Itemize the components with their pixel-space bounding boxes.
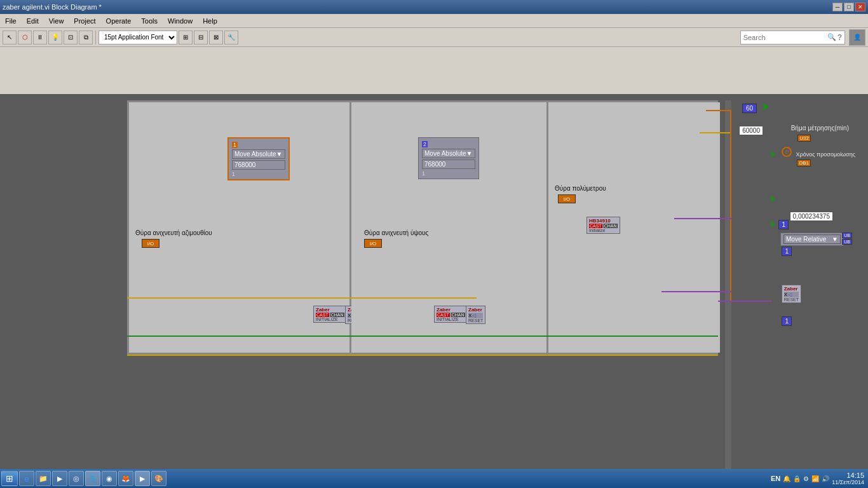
toolbar-step[interactable]: ⧉: [79, 30, 93, 44]
arrow-right-3: [771, 196, 776, 202]
label-multimeter: Θύρα πολύμετρου: [555, 185, 606, 192]
panel-2: 2 Move Absolute ▼ 768000 1 Θύρα ανιχνευτ…: [351, 102, 548, 353]
toolbar-extra[interactable]: 🔧: [224, 30, 238, 44]
menu-edit[interactable]: Edit: [24, 16, 41, 26]
close-button[interactable]: ✕: [855, 3, 865, 11]
wire-h-3: [127, 355, 718, 356]
clock-icon: ⏱: [782, 147, 792, 157]
port-io-1: I/O: [142, 239, 159, 248]
block-diagram-area: 1 Move Absolute ▼ 768000 1 Θύρα ανιχνευτ…: [0, 94, 868, 488]
badge-u32: U32: [797, 135, 811, 142]
block2-value: 768000: [422, 159, 475, 169]
toolbar-align[interactable]: ⊞: [179, 30, 193, 44]
taskbar-skype[interactable]: S: [85, 471, 100, 486]
lang-indicator: EN: [771, 475, 780, 482]
search-input[interactable]: [743, 34, 826, 41]
minimize-button[interactable]: ─: [832, 3, 843, 11]
toolbar-sep1: [95, 30, 96, 44]
label-time: Χρόνος προσομοίωσης: [796, 151, 855, 158]
zaber-reset-2: Zaber X ◁ RESET: [466, 306, 485, 324]
title-bar: zaber agilent.vi Block Diagram * ─ □ ✕: [0, 0, 868, 14]
toolbar-arrow[interactable]: ↖: [3, 30, 17, 44]
taskbar-clock[interactable]: ◎: [69, 471, 84, 486]
menu-help[interactable]: Help: [200, 16, 220, 26]
start-button[interactable]: ⊞: [1, 471, 18, 486]
taskbar-ie[interactable]: e: [19, 471, 34, 486]
wire-right-h3: [674, 218, 731, 219]
move-abs-block-1: 1 Move Absolute ▼ 768000 1: [227, 137, 290, 180]
font-selector[interactable]: 15pt Application Font: [98, 30, 177, 44]
maximize-button[interactable]: □: [844, 3, 854, 11]
window-title: zaber agilent.vi Block Diagram *: [3, 3, 102, 11]
label-azimuth: Θύρα ανιχνευτή αζιμουθίου: [135, 229, 212, 236]
taskbar-firefox[interactable]: 🦊: [118, 471, 133, 486]
menu-bar: File Edit View Project Operate Tools Win…: [0, 14, 868, 28]
taskbar-media[interactable]: ▶: [52, 471, 67, 486]
toolbar-camera[interactable]: ⊡: [64, 30, 78, 44]
menu-window[interactable]: Window: [165, 16, 195, 26]
zaber-init-2: Zaber CAST CHAN INITIALIZE: [434, 306, 468, 323]
menu-view[interactable]: View: [46, 16, 67, 26]
system-tray: EN 🔔 🔒 ⚙ 📶 🔊 14:15 11/Σεπ/2014: [771, 471, 867, 485]
badge-ub-1: UB: [842, 233, 852, 238]
label-step: Βήμα μέτρησης(min): [791, 125, 849, 132]
wire-right-v1: [730, 110, 731, 301]
block1-value: 768000: [232, 160, 285, 170]
zaber-init-1: Zaber CAST CHAN INITIALIZE: [313, 306, 347, 323]
sys-icon-2: 🔒: [793, 475, 801, 482]
arrow-right-1: [763, 103, 770, 111]
toolbar-run[interactable]: ⬡: [18, 30, 32, 44]
taskbar: ⊞ e 📁 ▶ ◎ S ◉ 🦊 ▶ 🎨 EN 🔔 🔒 ⚙ 📶 🔊 14:15 1…: [0, 469, 868, 488]
menu-project[interactable]: Project: [71, 16, 98, 26]
val-1-b: 1: [782, 247, 792, 256]
window-controls: ─ □ ✕: [832, 3, 865, 11]
port-io-2: I/O: [364, 239, 382, 248]
toolbar-pause[interactable]: ⏸: [33, 30, 47, 44]
val-60000: 60000: [739, 126, 763, 135]
toolbar-profile[interactable]: 👤: [849, 29, 865, 46]
block1-num: 1: [232, 142, 238, 148]
badge-ub-2: UB: [842, 239, 852, 245]
arrow-right-4: [771, 221, 776, 227]
toolbar-bulb[interactable]: 💡: [48, 30, 62, 44]
menu-file[interactable]: File: [3, 16, 19, 26]
val-decimal: 0,000234375: [790, 212, 833, 221]
panel-3: Θύρα πολύμετρου I/O HB34910 CAST CHAN In…: [548, 102, 720, 353]
sys-icon-5: 🔊: [822, 475, 829, 482]
move-rel-dropdown[interactable]: Move Relative ▼: [783, 234, 841, 244]
zaber-init-3: HB34910 CAST CHAN Initialize: [587, 217, 620, 234]
sys-icon-3: ⚙: [803, 475, 809, 482]
move-relative-block: Move Relative ▼: [780, 233, 844, 246]
wire-h-1: [127, 297, 477, 299]
taskbar-paint[interactable]: 🎨: [151, 471, 166, 486]
val-1-a: 1: [778, 220, 789, 229]
toolbar-dist[interactable]: ⊟: [194, 30, 208, 44]
wire-right-h1: [706, 110, 731, 111]
toolbar-resize[interactable]: ⊠: [209, 30, 223, 44]
menu-tools[interactable]: Tools: [139, 16, 160, 26]
menu-operate[interactable]: Operate: [104, 16, 134, 26]
sys-icon-4: 📶: [811, 475, 819, 482]
taskbar-explorer[interactable]: 📁: [36, 471, 51, 486]
wire-right-h4: [661, 291, 731, 292]
arrow-right-2: [771, 151, 776, 158]
block1-sub: 1: [232, 171, 285, 177]
badge-db1: DB1: [797, 159, 811, 166]
help-icon: ?: [837, 33, 842, 42]
block2-dropdown[interactable]: Move Absolute ▼: [422, 149, 475, 158]
search-box: 🔍 ?: [740, 30, 845, 44]
val-60: 60: [742, 104, 757, 113]
sys-icon-1: 🔔: [783, 475, 790, 482]
taskbar-player[interactable]: ▶: [135, 471, 150, 486]
taskbar-chrome[interactable]: ◉: [102, 471, 117, 486]
port-io-3: I/O: [558, 194, 576, 203]
outer-sequence-frame: 1 Move Absolute ▼ 768000 1 Θύρα ανιχνευτ…: [127, 100, 718, 355]
label-height: Θύρα ανιχνευτή ύψους: [364, 229, 428, 236]
toolbar: ↖ ⬡ ⏸ 💡 ⊡ ⧉ 15pt Application Font ⊞ ⊟ ⊠ …: [0, 28, 868, 47]
wire-h-2: [127, 336, 718, 337]
block1-dropdown[interactable]: Move Absolute ▼: [232, 149, 285, 159]
wire-seq-right-h: [718, 301, 772, 302]
search-icon: 🔍: [827, 33, 836, 41]
move-abs-block-2: 2 Move Absolute ▼ 768000 1: [418, 137, 479, 179]
panel-1: 1 Move Absolute ▼ 768000 1 Θύρα ανιχνευτ…: [129, 102, 351, 353]
